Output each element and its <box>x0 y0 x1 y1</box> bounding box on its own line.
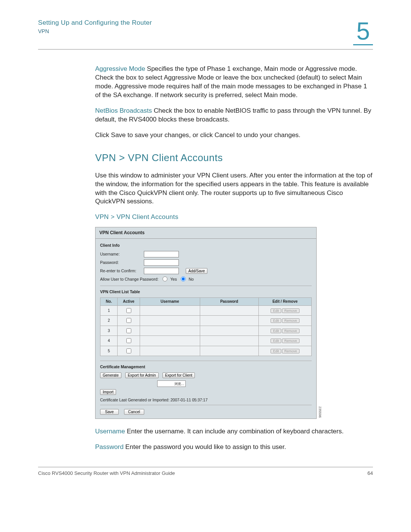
remove-button[interactable]: Remove <box>282 339 299 343</box>
file-browse-input[interactable]: 浏览... <box>157 380 186 387</box>
password-desc: Enter the password you would like to ass… <box>124 443 286 451</box>
footer-left: Cisco RVS4000 Security Router with VPN A… <box>38 470 175 476</box>
active-checkbox[interactable] <box>126 308 131 313</box>
remove-button[interactable]: Remove <box>282 349 299 353</box>
edit-button[interactable]: Edit <box>271 349 281 353</box>
col-edit-remove: Edit / Remove <box>259 298 312 306</box>
edit-button[interactable]: Edit <box>271 339 281 343</box>
cell-username <box>140 346 200 356</box>
col-password: Password <box>200 298 258 306</box>
cell-username <box>140 326 200 336</box>
cert-last-value: 2007-01-11 05:37:17 <box>170 398 208 402</box>
remove-button[interactable]: Remove <box>282 318 299 323</box>
cell-actions: EditRemove <box>259 316 312 326</box>
cell-password <box>200 336 258 346</box>
page-header: Setting Up and Configuring the Router VP… <box>38 19 373 45</box>
cell-active <box>118 305 140 316</box>
section-intro: Use this window to administer your VPN C… <box>95 171 373 206</box>
import-button[interactable]: Import <box>100 389 116 395</box>
table-row: 3EditRemove <box>100 326 312 336</box>
figure-id: 235596 <box>318 406 322 418</box>
allow-no-radio[interactable] <box>181 276 186 281</box>
cell-no: 5 <box>100 346 118 356</box>
generate-button[interactable]: Generate <box>100 372 121 378</box>
header-divider <box>38 49 373 50</box>
cell-username <box>140 336 200 346</box>
col-username: Username <box>140 298 200 306</box>
table-row: 1EditRemove <box>100 305 312 316</box>
cert-last-label: Certificate Last Generated or Imported: <box>100 398 169 402</box>
username-term: Username <box>95 428 125 435</box>
edit-button[interactable]: Edit <box>271 318 281 323</box>
add-save-button[interactable]: Add/Save <box>186 268 207 274</box>
edit-button[interactable]: Edit <box>271 329 281 333</box>
password-term: Password <box>95 443 124 451</box>
remove-button[interactable]: Remove <box>282 308 299 313</box>
body-content: Aggressive Mode Specifies the type of Ph… <box>95 65 373 452</box>
table-row: 2EditRemove <box>100 316 312 326</box>
cell-active <box>118 316 140 326</box>
cell-no: 1 <box>100 305 118 316</box>
table-row: 4EditRemove <box>100 336 312 346</box>
aggressive-mode-paragraph: Aggressive Mode Specifies the type of Ph… <box>95 65 373 100</box>
active-checkbox[interactable] <box>126 338 131 343</box>
active-checkbox[interactable] <box>126 348 131 353</box>
password-paragraph: Password Enter the password you would li… <box>95 443 373 452</box>
panel-title: VPN Client Accounts <box>96 227 316 238</box>
aggressive-mode-term: Aggressive Mode <box>95 65 145 72</box>
cell-password <box>200 346 258 356</box>
header-subtitle: VPN <box>38 28 152 34</box>
col-no: No. <box>100 298 118 306</box>
cell-no: 3 <box>100 326 118 336</box>
table-row: 5EditRemove <box>100 346 312 356</box>
cert-mgmt-heading: Certificate Management <box>100 364 312 369</box>
cell-active <box>118 346 140 356</box>
netbios-term: NetBios Broadcasts <box>95 107 152 114</box>
active-checkbox[interactable] <box>126 318 131 323</box>
cell-actions: EditRemove <box>259 326 312 336</box>
reenter-input[interactable] <box>144 268 179 274</box>
username-paragraph: Username Enter the username. It can incl… <box>95 427 373 436</box>
netbios-paragraph: NetBios Broadcasts Check the box to enab… <box>95 107 373 124</box>
section-heading: VPN > VPN Client Accounts <box>95 151 373 165</box>
username-label: Username: <box>100 251 144 257</box>
cell-actions: EditRemove <box>259 346 312 356</box>
cell-active <box>118 336 140 346</box>
cell-password <box>200 326 258 336</box>
username-desc: Enter the username. It can include any c… <box>125 428 344 435</box>
cell-no: 4 <box>100 336 118 346</box>
allow-yes-radio[interactable] <box>162 276 167 281</box>
password-label: Password: <box>100 260 144 265</box>
chapter-number: 5 <box>353 19 373 45</box>
remove-button[interactable]: Remove <box>282 329 299 333</box>
header-title: Setting Up and Configuring the Router <box>38 19 152 27</box>
save-button[interactable]: Save <box>100 409 119 415</box>
username-input[interactable] <box>144 251 179 257</box>
cell-actions: EditRemove <box>259 336 312 346</box>
reenter-label: Re-enter to Confirm: <box>100 268 144 273</box>
allow-yes-text: Yes <box>170 276 177 282</box>
cell-password <box>200 316 258 326</box>
export-admin-button[interactable]: Export for Admin <box>125 372 159 378</box>
vpn-client-accounts-panel: VPN Client Accounts Client Info Username… <box>95 227 317 419</box>
page-footer: Cisco RVS4000 Security Router with VPN A… <box>38 467 373 476</box>
allow-change-label: Allow User to Change Password: <box>100 276 159 282</box>
cell-username <box>140 305 200 316</box>
footer-page: 64 <box>368 470 373 476</box>
edit-button[interactable]: Edit <box>271 308 281 313</box>
client-list-table: No. Active Username Password Edit / Remo… <box>100 297 312 356</box>
password-input[interactable] <box>144 259 179 266</box>
subsection-heading: VPN > VPN Client Accounts <box>95 213 373 222</box>
list-table-heading: VPN Client List Table <box>100 289 312 294</box>
save-note: Click Save to save your changes, or clic… <box>95 131 373 140</box>
cell-active <box>118 326 140 336</box>
cell-no: 2 <box>100 316 118 326</box>
cell-actions: EditRemove <box>259 305 312 316</box>
cancel-button[interactable]: Cancel <box>124 409 144 415</box>
col-active: Active <box>118 298 140 306</box>
allow-no-text: No <box>189 276 194 282</box>
cell-username <box>140 316 200 326</box>
active-checkbox[interactable] <box>126 328 131 333</box>
client-info-heading: Client Info <box>100 243 312 248</box>
export-client-button[interactable]: Export for Client <box>162 372 195 378</box>
